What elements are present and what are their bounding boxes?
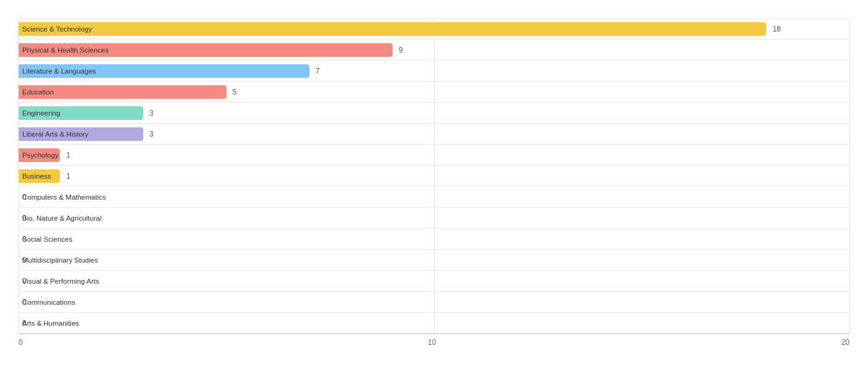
bar-container: Literature & Languages7 <box>19 61 849 81</box>
bar-row: Psychology1 <box>19 145 849 166</box>
bar-container: Arts & Humanities0 <box>19 313 849 333</box>
bar-container: Business1 <box>19 166 849 186</box>
bar-label: Computers & Mathematics <box>22 193 106 201</box>
bar-label: Liberal Arts & History <box>22 130 88 138</box>
bar-row: Science & Technology18 <box>19 19 849 40</box>
bar-value: 1 <box>66 151 70 159</box>
bar-label: Visual & Performing Arts <box>22 278 99 285</box>
bar-value: 3 <box>149 109 154 117</box>
bar-row: Education5 <box>19 82 849 103</box>
bars-container: Science & Technology18Physical & Health … <box>19 19 849 334</box>
bar-row: Physical & Health Sciences9 <box>19 40 849 61</box>
bar-value: 0 <box>22 235 27 244</box>
bar-label: Bio, Nature & Agricultural <box>22 214 101 222</box>
bar-container: Physical & Health Sciences9 <box>19 40 849 60</box>
bar-value: 3 <box>149 130 154 138</box>
bar-value: 0 <box>22 319 27 328</box>
bar-label: Communications <box>22 299 75 306</box>
bar-container: Bio, Nature & Agricultural0 <box>19 208 849 228</box>
bar-row: Arts & Humanities0 <box>19 313 849 334</box>
bar-label: Physical & Health Sciences <box>22 46 109 54</box>
bar-value: 0 <box>22 256 27 265</box>
bar-row: Liberal Arts & History3 <box>19 124 849 145</box>
x-axis-label: 20 <box>841 338 849 347</box>
bar-value: 1 <box>66 172 70 180</box>
bar-label: Social Sciences <box>22 235 72 243</box>
bar-row: Multidisciplinary Studies0 <box>19 250 849 271</box>
bar-container: Visual & Performing Arts0 <box>19 271 849 291</box>
bar-value: 18 <box>772 25 780 33</box>
bar-container: Science & Technology18 <box>19 19 849 39</box>
x-axis-label: 10 <box>428 338 436 347</box>
bar-row: Social Sciences0 <box>19 229 849 250</box>
bar-row: Visual & Performing Arts0 <box>19 271 849 292</box>
bar-label: Science & Technology <box>22 25 92 33</box>
bar-label: Psychology <box>22 151 59 159</box>
bar-row: Communications0 <box>19 292 849 313</box>
bar-label: Education <box>22 88 54 96</box>
x-axis: 01020 <box>19 334 849 347</box>
chart-area: Science & Technology18Physical & Health … <box>19 19 849 347</box>
bar-container: Communications0 <box>19 292 849 312</box>
bar-value: 0 <box>22 298 27 307</box>
bar-label: Literature & Languages <box>22 67 96 75</box>
bar-row: Computers & Mathematics0 <box>19 187 849 208</box>
bar-container: Psychology1 <box>19 145 849 165</box>
bar-container: Social Sciences0 <box>19 229 849 249</box>
bar-value: 0 <box>22 214 27 223</box>
bar-container: Engineering3 <box>19 103 849 123</box>
x-axis-label: 0 <box>19 338 23 347</box>
bar-row: Bio, Nature & Agricultural0 <box>19 208 849 229</box>
bar-value: 0 <box>22 193 27 201</box>
bar-label: Business <box>22 172 51 180</box>
bar-container: Liberal Arts & History3 <box>19 124 849 144</box>
bar-container: Education5 <box>19 82 849 102</box>
bar-value: 5 <box>233 88 237 96</box>
bar-label: Engineering <box>22 109 60 117</box>
bar-value: 9 <box>399 46 403 54</box>
bar-container: Computers & Mathematics0 <box>19 187 849 207</box>
bar-row: Engineering3 <box>19 103 849 124</box>
bar-row: Literature & Languages7 <box>19 61 849 82</box>
bar-label: Arts & Humanities <box>22 320 79 327</box>
bar-value: 0 <box>22 277 27 286</box>
bar-row: Business1 <box>19 166 849 187</box>
bar-value: 7 <box>315 67 320 75</box>
bar-label: Multidisciplinary Studies <box>22 256 98 264</box>
bar-container: Multidisciplinary Studies0 <box>19 250 849 270</box>
